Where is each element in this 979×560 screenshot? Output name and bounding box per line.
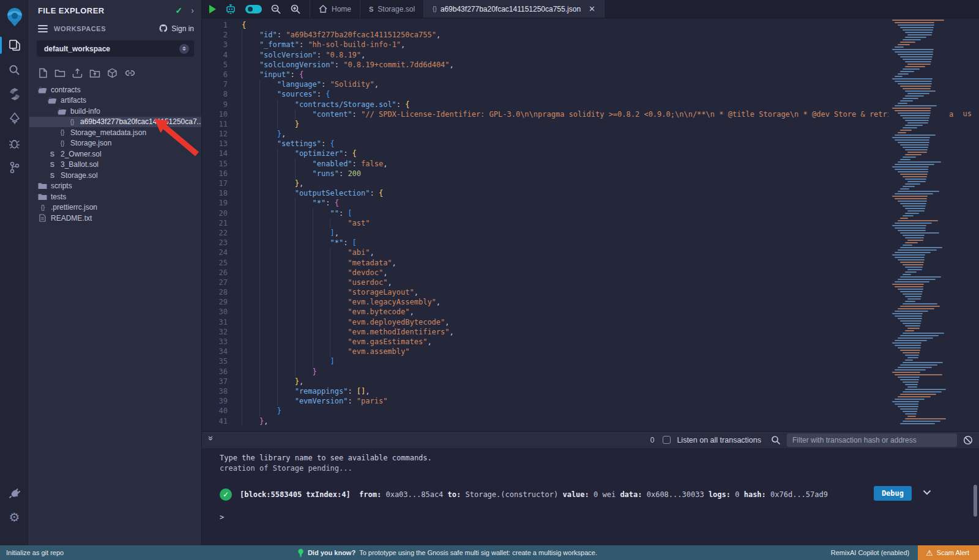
code-line[interactable]: 28"storageLayout", bbox=[202, 287, 979, 297]
ai-robot-icon[interactable] bbox=[225, 3, 237, 15]
line-number: 5 bbox=[202, 60, 228, 70]
code-line[interactable]: 17}, bbox=[202, 179, 979, 188]
code-line[interactable]: 19"*": { bbox=[202, 198, 979, 208]
upload-file-icon[interactable] bbox=[72, 68, 83, 78]
code-line[interactable]: 21"ast" bbox=[202, 218, 979, 228]
tree-item-contracts[interactable]: contracts bbox=[29, 84, 201, 95]
tree-item-tests[interactable]: tests bbox=[29, 191, 201, 202]
terminal[interactable]: Type the library name to see available c… bbox=[202, 448, 979, 545]
code-line[interactable]: 11} bbox=[202, 119, 979, 129]
copilot-status[interactable]: RemixAI Copilot (enabled) bbox=[831, 549, 909, 556]
code-line[interactable]: 36} bbox=[202, 367, 979, 377]
code-line[interactable]: 27"userdoc", bbox=[202, 278, 979, 287]
tree-item-readme-txt[interactable]: README.txt bbox=[29, 213, 201, 224]
import-url-link-icon[interactable] bbox=[124, 68, 136, 78]
zoom-out-icon[interactable] bbox=[270, 4, 281, 15]
code-line[interactable]: 22], bbox=[202, 228, 979, 238]
code-line[interactable]: 13"settings": { bbox=[202, 139, 979, 149]
code-line[interactable]: 25"metadata", bbox=[202, 258, 979, 268]
run-script-icon[interactable] bbox=[209, 5, 216, 13]
tab-storage-sol[interactable]: S Storage.sol bbox=[360, 0, 424, 18]
settings-icon[interactable]: ⚙ bbox=[0, 505, 29, 529]
close-tab-icon[interactable]: ✕ bbox=[589, 4, 595, 13]
code-line[interactable]: 41}, bbox=[202, 416, 979, 426]
github-sign-in[interactable]: Sign in bbox=[158, 24, 194, 33]
tree-item-2-owner-sol[interactable]: S2_Owner.sol bbox=[29, 149, 201, 160]
upload-folder-icon[interactable] bbox=[89, 68, 100, 78]
workspaces-menu-icon[interactable] bbox=[38, 25, 48, 32]
code-line[interactable]: 9"contracts/Storage.sol": { bbox=[202, 100, 979, 109]
debugger-icon[interactable] bbox=[0, 131, 29, 155]
transaction-log-row[interactable]: ✓ [block:5583405 txIndex:4] from: 0xa03.… bbox=[220, 488, 979, 501]
terminal-scrollbar[interactable] bbox=[973, 485, 977, 517]
copilot-toggle[interactable] bbox=[245, 5, 262, 13]
code-line[interactable]: 3"_format": "hh-sol-build-info-1", bbox=[202, 40, 979, 50]
code-line[interactable]: 29"evm.legacyAssembly", bbox=[202, 297, 979, 307]
code-line[interactable]: 8"sources": { bbox=[202, 89, 979, 99]
tree-item-storage-sol[interactable]: SStorage.sol bbox=[29, 170, 201, 181]
solidity-compiler-icon[interactable] bbox=[0, 82, 29, 106]
tab-build-info-json[interactable]: { } a69b43f277ba20fcac141151250ca755.jso… bbox=[424, 0, 605, 18]
code-line[interactable]: 33"evm.gasEstimates", bbox=[202, 337, 979, 347]
listen-checkbox[interactable] bbox=[663, 436, 671, 444]
code-line[interactable]: 5"solcLongVersion": "0.8.19+commit.7dd6d… bbox=[202, 60, 979, 70]
code-editor[interactable]: 1{2"id": "a69b43f277ba20fcac141151250ca7… bbox=[202, 18, 979, 431]
expand-terminal-icon[interactable]: » bbox=[206, 436, 216, 444]
git-icon[interactable] bbox=[0, 155, 29, 180]
code-line[interactable]: 40} bbox=[202, 406, 979, 416]
code-line[interactable]: 14"optimizer": { bbox=[202, 149, 979, 158]
clear-console-icon[interactable] bbox=[963, 435, 973, 445]
tree-item-a69b43f277ba20fcac141151250ca7-[interactable]: { }a69b43f277ba20fcac141151250ca7... bbox=[29, 117, 201, 128]
code-line[interactable]: 15"enabled": false, bbox=[202, 159, 979, 169]
tree-item-label: tests bbox=[51, 193, 66, 201]
code-line[interactable]: 38"remappings": [], bbox=[202, 386, 979, 396]
deploy-run-icon[interactable] bbox=[0, 106, 29, 131]
new-folder-icon[interactable] bbox=[54, 68, 65, 78]
code-line[interactable]: 32"evm.methodIdentifiers", bbox=[202, 327, 979, 337]
code-line[interactable]: 37}, bbox=[202, 377, 979, 386]
tree-item-3-ballot-sol[interactable]: S3_Ballot.sol bbox=[29, 160, 201, 171]
code-line[interactable]: 35] bbox=[202, 356, 979, 366]
code-line[interactable]: 23"*": [ bbox=[202, 238, 979, 248]
debug-button[interactable]: Debug bbox=[874, 486, 912, 501]
tree-item-scripts[interactable]: scripts bbox=[29, 181, 201, 192]
terminal-log-line: creation of Storage pending... bbox=[220, 463, 979, 474]
code-line[interactable]: 24"abi", bbox=[202, 248, 979, 257]
code-line[interactable]: 20"": [ bbox=[202, 208, 979, 218]
tree-item-artifacts[interactable]: artifacts bbox=[29, 95, 201, 106]
tree-item-storage-metadata-json[interactable]: { }Storage_metadata.json bbox=[29, 127, 201, 138]
code-line[interactable]: 16"runs": 200 bbox=[202, 169, 979, 179]
ipfs-box-icon[interactable] bbox=[107, 68, 117, 78]
code-line[interactable]: 7"language": "Solidity", bbox=[202, 79, 979, 89]
tab-home[interactable]: Home bbox=[310, 0, 360, 18]
workspace-selector[interactable]: default_workspace bbox=[37, 40, 194, 57]
code-line[interactable]: 39"evmVersion": "paris" bbox=[202, 396, 979, 406]
tree-item--prettierrc-json[interactable]: { }.prettierrc.json bbox=[29, 202, 201, 213]
chevron-right-icon[interactable]: › bbox=[191, 6, 194, 15]
expand-tx-chevron-icon[interactable] bbox=[923, 490, 931, 495]
code-line[interactable]: 10"content": "// SPDX-License-Identifier… bbox=[202, 109, 979, 119]
zoom-in-icon[interactable] bbox=[290, 4, 301, 15]
transaction-filter-input[interactable] bbox=[787, 433, 957, 447]
code-line[interactable]: 2"id": "a69b43f277ba20fcac141151250ca755… bbox=[202, 30, 979, 40]
code-line[interactable]: 12}, bbox=[202, 129, 979, 139]
code-line[interactable]: 26"devdoc", bbox=[202, 268, 979, 278]
code-line[interactable]: 1{ bbox=[202, 20, 979, 30]
code-line[interactable]: 4"solcVersion": "0.8.19", bbox=[202, 50, 979, 60]
tree-item-build-info[interactable]: build-info bbox=[29, 106, 201, 117]
tree-item-storage-json[interactable]: { }Storage.json bbox=[29, 138, 201, 149]
new-file-icon[interactable] bbox=[39, 68, 48, 78]
code-line[interactable]: 30"evm.bytecode", bbox=[202, 307, 979, 317]
scam-alert-badge[interactable]: ⚠ Scam Alert bbox=[918, 545, 979, 560]
code-line[interactable]: 18"outputSelection": { bbox=[202, 188, 979, 198]
git-init-button[interactable]: Initialize as git repo bbox=[6, 549, 64, 556]
code-line[interactable]: 6"input": { bbox=[202, 70, 979, 79]
code-line[interactable]: 31"evm.deployedBytecode", bbox=[202, 317, 979, 327]
minimap[interactable] bbox=[888, 18, 947, 431]
search-icon[interactable] bbox=[0, 57, 29, 82]
file-explorer-icon[interactable] bbox=[0, 33, 29, 57]
code-line[interactable]: 34"evm.assembly" bbox=[202, 347, 979, 356]
remix-logo-icon[interactable] bbox=[0, 1, 29, 33]
terminal-prompt[interactable]: > bbox=[220, 513, 979, 521]
plugin-manager-icon[interactable] bbox=[0, 481, 29, 505]
